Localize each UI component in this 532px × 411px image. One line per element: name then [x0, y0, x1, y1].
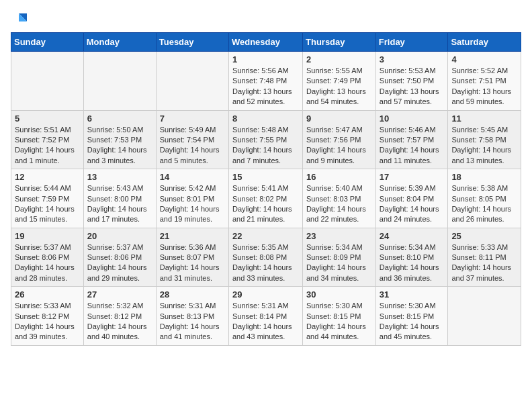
calendar-cell: 19Sunrise: 5:37 AM Sunset: 8:06 PM Dayli… [11, 228, 84, 287]
calendar-week-row: 19Sunrise: 5:37 AM Sunset: 8:06 PM Dayli… [11, 228, 521, 287]
day-number: 8 [232, 113, 299, 124]
day-number: 18 [451, 172, 517, 182]
calendar-cell: 26Sunrise: 5:33 AM Sunset: 8:12 PM Dayli… [11, 287, 84, 346]
calendar-cell: 24Sunrise: 5:34 AM Sunset: 8:10 PM Dayli… [375, 228, 448, 287]
day-info: Sunrise: 5:36 AM Sunset: 8:07 PM Dayligh… [160, 242, 225, 284]
day-info: Sunrise: 5:42 AM Sunset: 8:01 PM Dayligh… [160, 183, 225, 225]
day-info: Sunrise: 5:49 AM Sunset: 7:54 PM Dayligh… [160, 125, 225, 167]
page-header [11, 11, 521, 27]
logo [11, 11, 30, 27]
column-header-thursday: Thursday [303, 33, 376, 52]
calendar-cell: 2Sunrise: 5:55 AM Sunset: 7:49 PM Daylig… [303, 52, 376, 111]
day-info: Sunrise: 5:33 AM Sunset: 8:12 PM Dayligh… [15, 301, 80, 342]
calendar-cell: 28Sunrise: 5:31 AM Sunset: 8:13 PM Dayli… [156, 287, 228, 346]
calendar-cell: 16Sunrise: 5:40 AM Sunset: 8:03 PM Dayli… [303, 169, 376, 228]
calendar-cell: 18Sunrise: 5:38 AM Sunset: 8:05 PM Dayli… [448, 169, 521, 228]
calendar-cell: 15Sunrise: 5:41 AM Sunset: 8:02 PM Dayli… [228, 169, 302, 228]
calendar-cell: 22Sunrise: 5:35 AM Sunset: 8:08 PM Dayli… [228, 228, 302, 287]
day-number: 29 [232, 289, 299, 300]
day-info: Sunrise: 5:53 AM Sunset: 7:50 PM Dayligh… [380, 66, 445, 107]
calendar-cell: 6Sunrise: 5:50 AM Sunset: 7:53 PM Daylig… [83, 110, 156, 169]
day-number: 11 [451, 113, 517, 124]
calendar-cell: 14Sunrise: 5:42 AM Sunset: 8:01 PM Dayli… [156, 169, 228, 228]
calendar-header-row: SundayMondayTuesdayWednesdayThursdayFrid… [11, 33, 521, 52]
day-info: Sunrise: 5:37 AM Sunset: 8:06 PM Dayligh… [87, 242, 152, 284]
day-number: 20 [87, 231, 152, 241]
day-info: Sunrise: 5:30 AM Sunset: 8:15 PM Dayligh… [380, 301, 445, 342]
day-info: Sunrise: 5:33 AM Sunset: 8:11 PM Dayligh… [451, 242, 517, 284]
day-number: 2 [306, 54, 372, 64]
day-number: 5 [15, 113, 80, 124]
day-info: Sunrise: 5:55 AM Sunset: 7:49 PM Dayligh… [306, 66, 372, 107]
day-number: 19 [15, 231, 80, 241]
day-number: 6 [87, 113, 152, 124]
calendar-week-row: 5Sunrise: 5:51 AM Sunset: 7:52 PM Daylig… [11, 110, 521, 169]
calendar-cell: 25Sunrise: 5:33 AM Sunset: 8:11 PM Dayli… [448, 228, 521, 287]
day-info: Sunrise: 5:43 AM Sunset: 8:00 PM Dayligh… [87, 183, 152, 225]
day-number: 23 [306, 231, 372, 241]
calendar-cell: 7Sunrise: 5:49 AM Sunset: 7:54 PM Daylig… [156, 110, 228, 169]
calendar-cell: 9Sunrise: 5:47 AM Sunset: 7:56 PM Daylig… [303, 110, 376, 169]
calendar-cell [156, 52, 228, 111]
calendar-cell [448, 287, 521, 346]
day-info: Sunrise: 5:30 AM Sunset: 8:15 PM Dayligh… [306, 301, 372, 342]
calendar-cell: 13Sunrise: 5:43 AM Sunset: 8:00 PM Dayli… [83, 169, 156, 228]
day-info: Sunrise: 5:40 AM Sunset: 8:03 PM Dayligh… [306, 183, 372, 225]
calendar-cell: 20Sunrise: 5:37 AM Sunset: 8:06 PM Dayli… [83, 228, 156, 287]
calendar-cell: 27Sunrise: 5:32 AM Sunset: 8:12 PM Dayli… [83, 287, 156, 346]
day-number: 3 [380, 54, 445, 64]
day-number: 1 [232, 54, 299, 64]
day-info: Sunrise: 5:38 AM Sunset: 8:05 PM Dayligh… [451, 183, 517, 225]
day-info: Sunrise: 5:32 AM Sunset: 8:12 PM Dayligh… [87, 301, 152, 342]
day-info: Sunrise: 5:51 AM Sunset: 7:52 PM Dayligh… [15, 125, 80, 167]
column-header-sunday: Sunday [11, 33, 84, 52]
calendar-cell: 17Sunrise: 5:39 AM Sunset: 8:04 PM Dayli… [375, 169, 448, 228]
day-number: 24 [380, 231, 445, 241]
calendar-cell: 8Sunrise: 5:48 AM Sunset: 7:55 PM Daylig… [228, 110, 302, 169]
calendar-cell: 5Sunrise: 5:51 AM Sunset: 7:52 PM Daylig… [11, 110, 84, 169]
day-number: 31 [380, 289, 445, 300]
column-header-tuesday: Tuesday [156, 33, 228, 52]
day-number: 21 [160, 231, 225, 241]
calendar-cell: 10Sunrise: 5:46 AM Sunset: 7:57 PM Dayli… [375, 110, 448, 169]
day-info: Sunrise: 5:46 AM Sunset: 7:57 PM Dayligh… [380, 125, 445, 167]
calendar-cell: 12Sunrise: 5:44 AM Sunset: 7:59 PM Dayli… [11, 169, 84, 228]
day-number: 27 [87, 289, 152, 300]
day-info: Sunrise: 5:45 AM Sunset: 7:58 PM Dayligh… [451, 125, 517, 167]
day-number: 17 [380, 172, 445, 182]
column-header-wednesday: Wednesday [228, 33, 302, 52]
calendar-cell: 11Sunrise: 5:45 AM Sunset: 7:58 PM Dayli… [448, 110, 521, 169]
logo-icon [13, 11, 30, 27]
day-info: Sunrise: 5:34 AM Sunset: 8:10 PM Dayligh… [380, 242, 445, 284]
calendar-cell: 1Sunrise: 5:56 AM Sunset: 7:48 PM Daylig… [228, 52, 302, 111]
day-number: 25 [451, 231, 517, 241]
column-header-monday: Monday [83, 33, 156, 52]
day-number: 30 [306, 289, 372, 300]
day-number: 22 [232, 231, 299, 241]
day-info: Sunrise: 5:56 AM Sunset: 7:48 PM Dayligh… [232, 66, 299, 107]
day-number: 13 [87, 172, 152, 182]
day-info: Sunrise: 5:31 AM Sunset: 8:13 PM Dayligh… [160, 301, 225, 342]
calendar-week-row: 26Sunrise: 5:33 AM Sunset: 8:12 PM Dayli… [11, 287, 521, 346]
day-number: 7 [160, 113, 225, 124]
day-info: Sunrise: 5:31 AM Sunset: 8:14 PM Dayligh… [232, 301, 299, 342]
day-number: 12 [15, 172, 80, 182]
day-number: 14 [160, 172, 225, 182]
day-info: Sunrise: 5:37 AM Sunset: 8:06 PM Dayligh… [15, 242, 80, 284]
day-info: Sunrise: 5:48 AM Sunset: 7:55 PM Dayligh… [232, 125, 299, 167]
column-header-saturday: Saturday [448, 33, 521, 52]
calendar-week-row: 12Sunrise: 5:44 AM Sunset: 7:59 PM Dayli… [11, 169, 521, 228]
calendar-cell: 30Sunrise: 5:30 AM Sunset: 8:15 PM Dayli… [303, 287, 376, 346]
day-info: Sunrise: 5:47 AM Sunset: 7:56 PM Dayligh… [306, 125, 372, 167]
column-header-friday: Friday [375, 33, 448, 52]
calendar-cell: 31Sunrise: 5:30 AM Sunset: 8:15 PM Dayli… [375, 287, 448, 346]
calendar-cell: 3Sunrise: 5:53 AM Sunset: 7:50 PM Daylig… [375, 52, 448, 111]
day-info: Sunrise: 5:35 AM Sunset: 8:08 PM Dayligh… [232, 242, 299, 284]
day-number: 15 [232, 172, 299, 182]
day-number: 10 [380, 113, 445, 124]
day-number: 16 [306, 172, 372, 182]
calendar-cell: 4Sunrise: 5:52 AM Sunset: 7:51 PM Daylig… [448, 52, 521, 111]
day-number: 4 [451, 54, 517, 64]
calendar-cell [11, 52, 84, 111]
day-info: Sunrise: 5:50 AM Sunset: 7:53 PM Dayligh… [87, 125, 152, 167]
